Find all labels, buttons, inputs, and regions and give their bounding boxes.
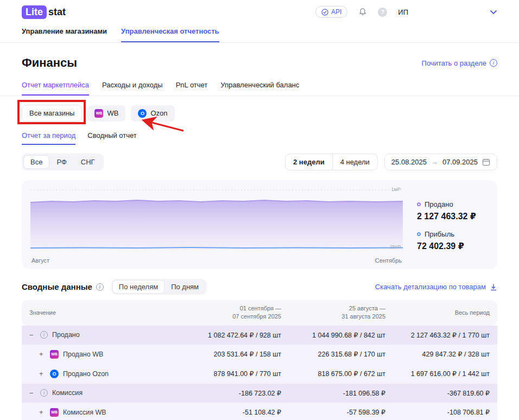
row-label: Продано WB	[63, 351, 103, 358]
chevron-down-icon[interactable]	[490, 10, 497, 15]
store-chip-wb-label: WB	[107, 109, 118, 117]
row-label: Продано Ozon	[63, 370, 109, 378]
tab-expenses-income[interactable]: Расходы и доходы	[102, 79, 163, 96]
region-segmented-control: Все РФ СНГ	[22, 154, 104, 170]
download-details-link[interactable]: Скачать детализацию по товарам	[375, 283, 497, 291]
brand-logo[interactable]: Lite stat	[22, 5, 66, 19]
date-from: 25.08.2025	[391, 158, 427, 166]
store-filter-row: Все магазины WB WB O Ozon	[0, 96, 519, 128]
row-label: Комиссия	[52, 389, 83, 397]
summary-title-label: Сводные данные	[22, 282, 92, 291]
two-weeks-button[interactable]: 2 недели	[286, 154, 332, 170]
cell-week1: -51 108.42 ₽	[185, 403, 289, 420]
table-header-row: Значение 01 сентября —07 сентября 2025 2…	[22, 300, 497, 326]
table-row-commission-wb: +WBКомиссия WB -51 108.42 ₽ -57 598.39 ₽…	[22, 403, 497, 420]
region-rf-button[interactable]: РФ	[49, 155, 73, 169]
store-chip-ozon[interactable]: O Ozon	[131, 105, 174, 122]
calendar-icon	[482, 158, 490, 166]
cell-total: 429 847.32 ₽ / 328 шт	[393, 345, 497, 364]
date-to: 07.09.2025	[442, 158, 478, 166]
summary-header: Сводные данные i По неделям По дням Скач…	[22, 279, 497, 295]
cell-total: 1 697 616.00 ₽ / 1 442 шт	[393, 364, 497, 384]
collapse-toggle[interactable]: −	[29, 331, 36, 339]
x-axis-labels: Август Сентябрь	[30, 255, 403, 265]
by-weeks-button[interactable]: По неделям	[112, 280, 164, 294]
cell-total: -108 706.81 ₽	[393, 403, 497, 420]
store-chip-all[interactable]: Все магазины	[22, 105, 82, 122]
profit-dot-icon	[417, 232, 421, 236]
cell-total: -367 819.60 ₽	[393, 384, 497, 403]
info-icon[interactable]: i	[40, 389, 48, 397]
summary-table: Значение 01 сентября —07 сентября 2025 2…	[22, 300, 497, 420]
region-all-button[interactable]: Все	[23, 155, 49, 169]
row-label: Продано	[52, 331, 80, 339]
info-icon[interactable]: i	[96, 283, 104, 291]
info-icon[interactable]: i	[40, 331, 48, 339]
table-row-sold-wb: +WBПродано WB 203 531.64 ₽ / 158 шт 226 …	[22, 345, 497, 364]
y-axis-min-label: 29тР	[390, 244, 401, 250]
legend-sold-label: Продано	[425, 200, 453, 208]
granularity-toggle: По неделям По дням	[111, 279, 206, 295]
table-row-sold-ozon: +OПродано Ozon 878 941.00 ₽ / 770 шт 818…	[22, 364, 497, 384]
tab-pnl[interactable]: PnL отчет	[176, 79, 208, 96]
cell-week2: -57 598.39 ₽	[289, 403, 393, 420]
region-sng-button[interactable]: СНГ	[74, 155, 102, 169]
filter-row: Все РФ СНГ 2 недели 4 недели 25.08.2025 …	[0, 145, 519, 177]
by-days-button[interactable]: По дням	[164, 280, 205, 294]
area-chart	[30, 187, 403, 255]
ozon-icon: O	[50, 370, 59, 378]
cell-week1: 878 941.00 ₽ / 770 шт	[185, 364, 289, 384]
col-header-metric: Значение	[22, 300, 185, 326]
period-controls: 2 недели 4 недели 25.08.2025 → 07.09.202…	[285, 154, 497, 170]
legend-profit-label: Прибыль	[425, 230, 454, 238]
about-section-link[interactable]: Почитать о разделе i	[422, 59, 497, 67]
about-link-label: Почитать о разделе	[422, 59, 486, 67]
cell-week1: -186 723.02 ₽	[185, 384, 289, 403]
four-weeks-button[interactable]: 4 недели	[333, 154, 377, 170]
summary-title: Сводные данные i	[22, 282, 104, 291]
tab-balance[interactable]: Управленческий баланс	[220, 79, 299, 96]
download-link-label: Скачать детализацию по товарам	[375, 283, 486, 291]
cell-week2: 818 675.00 ₽ / 672 шт	[289, 364, 393, 384]
expand-toggle[interactable]: +	[39, 408, 46, 416]
chart-legend: Продано 2 127 463.32 ₽ Прибыль 72 402.39…	[403, 187, 489, 265]
store-chip-ozon-label: Ozon	[150, 109, 167, 117]
page-head: Финансы Почитать о разделе i	[0, 43, 519, 70]
date-arrow: →	[431, 158, 438, 166]
store-chip-wb[interactable]: WB WB	[87, 105, 125, 122]
expand-toggle[interactable]: +	[39, 370, 46, 378]
ozon-icon: O	[138, 109, 147, 118]
account-label[interactable]: ИП	[398, 8, 408, 16]
help-icon[interactable]: ?	[378, 8, 387, 17]
date-range-picker[interactable]: 25.08.2025 → 07.09.2025	[384, 154, 497, 170]
wb-icon: WB	[50, 350, 59, 359]
collapse-toggle[interactable]: −	[29, 389, 36, 397]
check-circle-icon	[321, 9, 328, 16]
col-header-week1: 01 сентября —07 сентября 2025	[185, 300, 289, 326]
x-label-september: Сентябрь	[375, 257, 402, 264]
bell-icon[interactable]	[358, 8, 367, 16]
cell-week2: 1 044 990.68 ₽ / 842 шт	[289, 326, 393, 345]
cell-total: 2 127 463.32 ₽ / 1 770 шт	[393, 326, 497, 345]
download-icon	[490, 283, 497, 291]
chart-area[interactable]: 1мР 29тР Август Сентябрь	[30, 187, 403, 265]
nav-item-reporting[interactable]: Управленческая отчетность	[121, 24, 219, 42]
topbar-actions: API ? ИП	[315, 6, 497, 18]
nav-item-stores[interactable]: Управление магазинами	[22, 24, 107, 42]
subtab-period-report[interactable]: Отчет за период	[22, 129, 75, 145]
weeks-toggle: 2 недели 4 недели	[285, 154, 378, 170]
page-title: Финансы	[22, 56, 77, 70]
api-button[interactable]: API	[315, 6, 347, 18]
col-header-total: Весь период	[393, 300, 497, 326]
legend-item-profit: Прибыль 72 402.39 ₽	[417, 230, 489, 251]
api-label: API	[331, 8, 341, 16]
tab-marketplace-report[interactable]: Отчет маркетплейса	[22, 79, 89, 96]
cell-week1: 203 531.64 ₽ / 158 шт	[185, 345, 289, 364]
wb-icon: WB	[94, 109, 103, 118]
subtab-summary-report[interactable]: Сводный отчет	[87, 129, 137, 145]
app-page: Lite stat API ? ИП Управление магазинами…	[0, 0, 519, 420]
expand-toggle[interactable]: +	[39, 350, 46, 358]
cell-week2: -181 096.58 ₽	[289, 384, 393, 403]
cell-week2: 226 315.68 ₽ / 170 шт	[289, 345, 393, 364]
legend-item-sold: Продано 2 127 463.32 ₽	[417, 200, 489, 221]
